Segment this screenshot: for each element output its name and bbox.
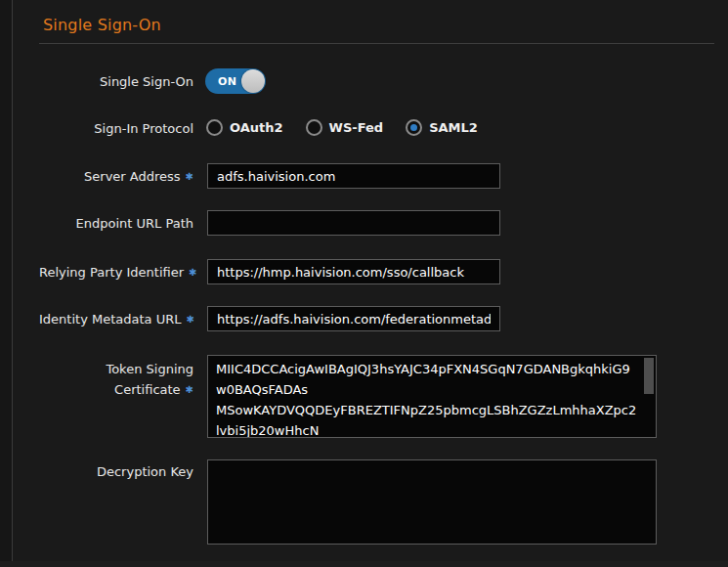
required-asterisk: ✱ — [186, 314, 193, 325]
radio-option-label: SAML2 — [429, 120, 478, 135]
endpoint-url-path-input[interactable] — [207, 210, 500, 236]
radio-option-oauth2[interactable]: OAuth2 — [206, 119, 283, 136]
relying-party-identifier-input[interactable] — [207, 259, 500, 284]
required-asterisk: ✱ — [186, 384, 193, 395]
sidebar-divider — [0, 0, 13, 561]
required-asterisk: ✱ — [186, 171, 193, 182]
radio-circle-icon[interactable] — [206, 119, 223, 136]
radio-option-wsfed[interactable]: WS-Fed — [306, 119, 384, 136]
decryption-key-textarea[interactable] — [207, 459, 657, 545]
protocol-label: Sign-In Protocol — [39, 121, 193, 136]
textarea-scrollbar-thumb[interactable] — [644, 358, 654, 394]
radio-option-label: WS-Fed — [329, 120, 384, 135]
decryption-key-label: Decryption Key — [39, 464, 193, 479]
identity-metadata-url-label: Identity Metadata URL✱ — [39, 312, 193, 327]
server-address-input[interactable] — [207, 163, 500, 189]
radio-circle-icon[interactable] — [306, 119, 322, 136]
sso-toggle-label: Single Sign-On — [39, 74, 193, 89]
toggle-on-text: ON — [218, 75, 237, 88]
radio-option-saml2[interactable]: SAML2 — [406, 119, 478, 136]
required-asterisk: ✱ — [189, 267, 196, 278]
sso-toggle[interactable]: ON — [205, 68, 266, 94]
token-signing-certificate-label: Token SigningCertificate✱ — [39, 359, 193, 401]
protocol-radio-group: OAuth2 WS-Fed SAML2 — [206, 119, 478, 136]
toggle-knob[interactable] — [241, 69, 265, 93]
page-title: Single Sign-On — [43, 16, 161, 34]
token-signing-certificate-textarea[interactable]: MIIC4DCCAcigAwIBAgIQJ3hsYAJC34pFXN4SGqN7… — [207, 355, 657, 438]
radio-option-label: OAuth2 — [230, 120, 283, 135]
bottom-edge — [0, 561, 728, 567]
radio-circle-icon-selected[interactable] — [406, 119, 422, 136]
relying-party-identifier-label: Relying Party Identifier✱ — [39, 265, 193, 281]
endpoint-url-path-label: Endpoint URL Path — [39, 216, 193, 231]
title-divider — [39, 43, 714, 44]
server-address-label: Server Address✱ — [39, 169, 193, 185]
identity-metadata-url-input[interactable] — [207, 306, 500, 331]
